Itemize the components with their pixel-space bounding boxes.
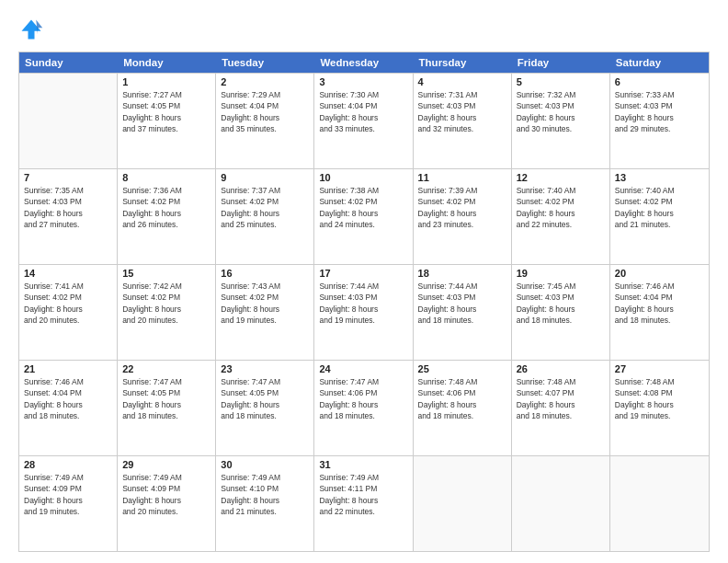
day-number: 30 — [221, 459, 309, 470]
day-info: Sunrise: 7:36 AM Sunset: 4:02 PM Dayligh… — [122, 185, 210, 230]
day-info: Sunrise: 7:47 AM Sunset: 4:05 PM Dayligh… — [221, 376, 309, 421]
day-number: 2 — [221, 76, 309, 87]
day-number: 11 — [418, 172, 506, 183]
day-number: 7 — [24, 172, 112, 183]
calendar-cell: 18Sunrise: 7:44 AM Sunset: 4:03 PM Dayli… — [414, 265, 512, 360]
day-number: 20 — [615, 268, 704, 279]
day-info: Sunrise: 7:44 AM Sunset: 4:03 PM Dayligh… — [319, 281, 407, 326]
day-number: 4 — [418, 76, 506, 87]
day-number: 14 — [24, 268, 112, 279]
day-info: Sunrise: 7:40 AM Sunset: 4:02 PM Dayligh… — [517, 185, 605, 230]
logo — [18, 17, 48, 42]
day-info: Sunrise: 7:47 AM Sunset: 4:05 PM Dayligh… — [122, 376, 210, 421]
day-info: Sunrise: 7:44 AM Sunset: 4:03 PM Dayligh… — [418, 281, 506, 326]
day-info: Sunrise: 7:49 AM Sunset: 4:09 PM Dayligh… — [24, 472, 112, 517]
calendar-cell: 22Sunrise: 7:47 AM Sunset: 4:05 PM Dayli… — [118, 361, 216, 455]
calendar-header: SundayMondayTuesdayWednesdayThursdayFrid… — [19, 52, 709, 73]
day-info: Sunrise: 7:47 AM Sunset: 4:06 PM Dayligh… — [319, 376, 407, 421]
calendar-cell: 16Sunrise: 7:43 AM Sunset: 4:02 PM Dayli… — [216, 265, 314, 360]
calendar-cell: 5Sunrise: 7:32 AM Sunset: 4:03 PM Daylig… — [512, 74, 610, 168]
page: SundayMondayTuesdayWednesdayThursdayFrid… — [0, 0, 728, 563]
day-number: 23 — [221, 363, 309, 374]
day-info: Sunrise: 7:45 AM Sunset: 4:03 PM Dayligh… — [517, 281, 605, 326]
day-info: Sunrise: 7:46 AM Sunset: 4:04 PM Dayligh… — [615, 281, 704, 326]
svg-marker-1 — [36, 20, 42, 35]
calendar-cell: 6Sunrise: 7:33 AM Sunset: 4:03 PM Daylig… — [610, 74, 709, 168]
calendar-cell: 14Sunrise: 7:41 AM Sunset: 4:02 PM Dayli… — [19, 265, 118, 360]
calendar-row-5: 28Sunrise: 7:49 AM Sunset: 4:09 PM Dayli… — [19, 455, 709, 551]
day-number: 19 — [517, 268, 605, 279]
calendar-cell: 3Sunrise: 7:30 AM Sunset: 4:04 PM Daylig… — [314, 74, 413, 168]
calendar-body: 1Sunrise: 7:27 AM Sunset: 4:05 PM Daylig… — [19, 73, 709, 551]
day-info: Sunrise: 7:40 AM Sunset: 4:02 PM Dayligh… — [615, 185, 704, 230]
calendar-cell: 11Sunrise: 7:39 AM Sunset: 4:02 PM Dayli… — [414, 169, 512, 264]
calendar-cell — [414, 456, 512, 551]
day-number: 24 — [319, 363, 407, 374]
calendar-cell: 20Sunrise: 7:46 AM Sunset: 4:04 PM Dayli… — [610, 265, 709, 360]
day-info: Sunrise: 7:48 AM Sunset: 4:07 PM Dayligh… — [517, 376, 605, 421]
calendar-cell: 29Sunrise: 7:49 AM Sunset: 4:09 PM Dayli… — [118, 456, 216, 551]
day-info: Sunrise: 7:31 AM Sunset: 4:03 PM Dayligh… — [418, 89, 506, 134]
calendar-cell: 30Sunrise: 7:49 AM Sunset: 4:10 PM Dayli… — [216, 456, 314, 551]
day-info: Sunrise: 7:29 AM Sunset: 4:04 PM Dayligh… — [221, 89, 309, 134]
calendar-cell: 19Sunrise: 7:45 AM Sunset: 4:03 PM Dayli… — [512, 265, 610, 360]
day-number: 29 — [122, 459, 210, 470]
day-info: Sunrise: 7:35 AM Sunset: 4:03 PM Dayligh… — [24, 185, 112, 230]
calendar-cell: 10Sunrise: 7:38 AM Sunset: 4:02 PM Dayli… — [314, 169, 413, 264]
day-info: Sunrise: 7:48 AM Sunset: 4:08 PM Dayligh… — [615, 376, 704, 421]
day-number: 9 — [221, 172, 309, 183]
header-day-wednesday: Wednesday — [314, 52, 413, 73]
day-number: 10 — [319, 172, 407, 183]
header-day-thursday: Thursday — [414, 52, 512, 73]
calendar-row-4: 21Sunrise: 7:46 AM Sunset: 4:04 PM Dayli… — [19, 360, 709, 455]
day-number: 31 — [319, 459, 407, 470]
day-info: Sunrise: 7:27 AM Sunset: 4:05 PM Dayligh… — [122, 89, 210, 134]
calendar-row-2: 7Sunrise: 7:35 AM Sunset: 4:03 PM Daylig… — [19, 168, 709, 264]
calendar-cell: 24Sunrise: 7:47 AM Sunset: 4:06 PM Dayli… — [314, 361, 413, 455]
calendar-cell: 15Sunrise: 7:42 AM Sunset: 4:02 PM Dayli… — [118, 265, 216, 360]
calendar: SundayMondayTuesdayWednesdayThursdayFrid… — [18, 52, 710, 552]
day-number: 18 — [418, 268, 506, 279]
calendar-row-1: 1Sunrise: 7:27 AM Sunset: 4:05 PM Daylig… — [19, 73, 709, 168]
logo-icon — [18, 17, 44, 42]
calendar-cell: 31Sunrise: 7:49 AM Sunset: 4:11 PM Dayli… — [314, 456, 413, 551]
calendar-cell: 21Sunrise: 7:46 AM Sunset: 4:04 PM Dayli… — [19, 361, 118, 455]
day-number: 1 — [122, 76, 210, 87]
day-info: Sunrise: 7:43 AM Sunset: 4:02 PM Dayligh… — [221, 281, 309, 326]
day-info: Sunrise: 7:37 AM Sunset: 4:02 PM Dayligh… — [221, 185, 309, 230]
day-info: Sunrise: 7:49 AM Sunset: 4:10 PM Dayligh… — [221, 472, 309, 517]
day-info: Sunrise: 7:49 AM Sunset: 4:11 PM Dayligh… — [319, 472, 407, 517]
calendar-cell: 2Sunrise: 7:29 AM Sunset: 4:04 PM Daylig… — [216, 74, 314, 168]
day-number: 6 — [615, 76, 704, 87]
day-info: Sunrise: 7:42 AM Sunset: 4:02 PM Dayligh… — [122, 281, 210, 326]
calendar-cell: 1Sunrise: 7:27 AM Sunset: 4:05 PM Daylig… — [118, 74, 216, 168]
calendar-cell: 26Sunrise: 7:48 AM Sunset: 4:07 PM Dayli… — [512, 361, 610, 455]
calendar-cell: 25Sunrise: 7:48 AM Sunset: 4:06 PM Dayli… — [414, 361, 512, 455]
day-number: 15 — [122, 268, 210, 279]
calendar-cell — [610, 456, 709, 551]
day-number: 21 — [24, 363, 112, 374]
day-number: 22 — [122, 363, 210, 374]
day-number: 12 — [517, 172, 605, 183]
calendar-cell: 17Sunrise: 7:44 AM Sunset: 4:03 PM Dayli… — [314, 265, 413, 360]
header-day-tuesday: Tuesday — [216, 52, 314, 73]
calendar-cell: 13Sunrise: 7:40 AM Sunset: 4:02 PM Dayli… — [610, 169, 709, 264]
calendar-cell: 9Sunrise: 7:37 AM Sunset: 4:02 PM Daylig… — [216, 169, 314, 264]
calendar-cell: 8Sunrise: 7:36 AM Sunset: 4:02 PM Daylig… — [118, 169, 216, 264]
day-number: 13 — [615, 172, 704, 183]
day-number: 28 — [24, 459, 112, 470]
day-number: 26 — [517, 363, 605, 374]
calendar-cell: 7Sunrise: 7:35 AM Sunset: 4:03 PM Daylig… — [19, 169, 118, 264]
calendar-cell: 28Sunrise: 7:49 AM Sunset: 4:09 PM Dayli… — [19, 456, 118, 551]
calendar-cell — [512, 456, 610, 551]
day-info: Sunrise: 7:39 AM Sunset: 4:02 PM Dayligh… — [418, 185, 506, 230]
calendar-row-3: 14Sunrise: 7:41 AM Sunset: 4:02 PM Dayli… — [19, 264, 709, 360]
calendar-cell: 4Sunrise: 7:31 AM Sunset: 4:03 PM Daylig… — [414, 74, 512, 168]
day-info: Sunrise: 7:49 AM Sunset: 4:09 PM Dayligh… — [122, 472, 210, 517]
header — [18, 17, 710, 42]
day-number: 5 — [517, 76, 605, 87]
header-day-sunday: Sunday — [19, 52, 118, 73]
day-number: 3 — [319, 76, 407, 87]
calendar-cell: 12Sunrise: 7:40 AM Sunset: 4:02 PM Dayli… — [512, 169, 610, 264]
calendar-cell — [19, 74, 118, 168]
